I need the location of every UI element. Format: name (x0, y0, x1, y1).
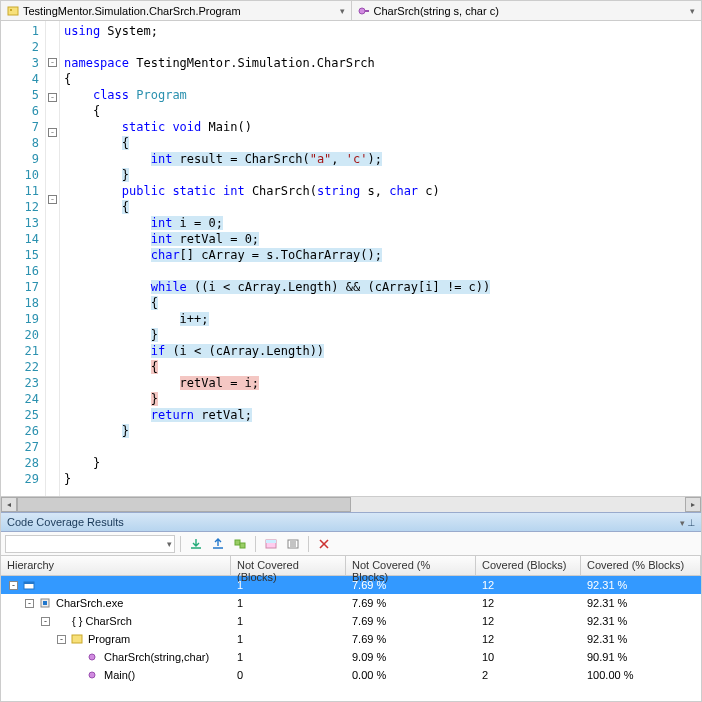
expand-toggle[interactable]: - (57, 635, 66, 644)
coverage-row[interactable]: -Program17.69 %1292.31 % (1, 630, 701, 648)
collapse-icon[interactable]: - (48, 128, 57, 137)
cell-b: 0.00 % (346, 669, 476, 681)
expand-toggle[interactable]: - (9, 581, 18, 590)
col-hierarchy[interactable]: Hierarchy (1, 556, 231, 575)
collapse-icon[interactable]: - (48, 58, 57, 67)
cell-c: 12 (476, 633, 581, 645)
svg-point-19 (89, 654, 95, 660)
code-line[interactable]: retVal = i; (60, 375, 701, 391)
col-covered-blocks[interactable]: Covered (Blocks) (476, 556, 581, 575)
code-line[interactable]: { (60, 199, 701, 215)
results-dropdown[interactable]: ▾ (5, 535, 175, 553)
col-not-covered-pct[interactable]: Not Covered (% Blocks) (346, 556, 476, 575)
code-line[interactable]: return retVal; (60, 407, 701, 423)
code-line[interactable]: using System; (60, 23, 701, 39)
hierarchy-cell: Main() (1, 669, 231, 681)
coverage-row[interactable]: -17.69 %1292.31 % (1, 576, 701, 594)
horizontal-scrollbar[interactable]: ◂ ▸ (1, 496, 701, 512)
code-line[interactable]: char[] cArray = s.ToCharArray(); (60, 247, 701, 263)
row-label: CharSrch(string,char) (104, 651, 209, 663)
show-list-button[interactable] (283, 534, 303, 554)
code-line[interactable]: { (60, 71, 701, 87)
pin-icon[interactable]: ⟂ (688, 516, 695, 528)
col-not-covered-blocks[interactable]: Not Covered (Blocks) (231, 556, 346, 575)
remove-button[interactable] (314, 534, 334, 554)
fold-cell (46, 355, 59, 371)
code-content[interactable]: using System;namespace TestingMentor.Sim… (60, 21, 701, 496)
code-line[interactable]: { (60, 135, 701, 151)
code-line[interactable]: if (i < (cArray.Length)) (60, 343, 701, 359)
hierarchy-cell: -CharSrch.exe (1, 597, 231, 609)
import-results-button[interactable] (186, 534, 206, 554)
row-label: { } CharSrch (72, 615, 132, 627)
root-icon (23, 579, 35, 591)
line-number: 23 (1, 375, 39, 391)
scroll-track[interactable] (17, 497, 685, 512)
code-line[interactable]: { (60, 295, 701, 311)
code-line[interactable] (60, 439, 701, 455)
coverage-panel-header[interactable]: Code Coverage Results ▾ ⟂ (1, 512, 701, 532)
class-dropdown[interactable]: TestingMentor.Simulation.CharSrch.Progra… (1, 1, 352, 20)
code-line[interactable]: } (60, 327, 701, 343)
cell-a: 1 (231, 615, 346, 627)
code-line[interactable]: int result = CharSrch("a", 'c'); (60, 151, 701, 167)
code-line[interactable]: { (60, 359, 701, 375)
fold-cell (46, 339, 59, 355)
code-line[interactable]: class Program (60, 87, 701, 103)
code-line[interactable]: int retVal = 0; (60, 231, 701, 247)
code-editor[interactable]: 1234567891011121314151617181920212223242… (1, 21, 701, 496)
coverage-row[interactable]: Main()00.00 %2100.00 % (1, 666, 701, 684)
svg-rect-5 (240, 543, 245, 548)
code-line[interactable]: while ((i < cArray.Length) && (cArray[i]… (60, 279, 701, 295)
code-line[interactable]: public static int CharSrch(string s, cha… (60, 183, 701, 199)
fold-cell[interactable]: - (46, 195, 59, 211)
export-results-button[interactable] (208, 534, 228, 554)
outline-fold-column[interactable]: ---- (46, 21, 60, 496)
collapse-icon[interactable]: - (48, 93, 57, 102)
fold-cell[interactable]: - (46, 128, 59, 144)
code-line[interactable]: } (60, 455, 701, 471)
cell-c: 10 (476, 651, 581, 663)
line-number: 26 (1, 423, 39, 439)
expand-toggle[interactable]: - (25, 599, 34, 608)
coverage-row[interactable]: -CharSrch.exe17.69 %1292.31 % (1, 594, 701, 612)
hierarchy-cell: -{ } CharSrch (1, 615, 231, 627)
fold-cell[interactable]: - (46, 93, 59, 109)
panel-menu-icon[interactable]: ▾ (680, 518, 685, 528)
merge-results-button[interactable] (230, 534, 250, 554)
coverage-row[interactable]: -{ } CharSrch17.69 %1292.31 % (1, 612, 701, 630)
code-line[interactable]: { (60, 103, 701, 119)
scroll-left-button[interactable]: ◂ (1, 497, 17, 512)
code-line[interactable] (60, 39, 701, 55)
cell-b: 7.69 % (346, 633, 476, 645)
fold-cell (46, 435, 59, 451)
code-line[interactable] (60, 263, 701, 279)
code-line[interactable]: namespace TestingMentor.Simulation.CharS… (60, 55, 701, 71)
scroll-right-button[interactable]: ▸ (685, 497, 701, 512)
coverage-row[interactable]: CharSrch(string,char)19.09 %1090.91 % (1, 648, 701, 666)
code-line[interactable]: i++; (60, 311, 701, 327)
svg-rect-15 (24, 582, 34, 584)
expand-toggle[interactable]: - (41, 617, 50, 626)
line-number: 12 (1, 199, 39, 215)
line-number: 22 (1, 359, 39, 375)
line-number: 9 (1, 151, 39, 167)
code-line[interactable]: } (60, 167, 701, 183)
code-line[interactable]: static void Main() (60, 119, 701, 135)
code-line[interactable]: } (60, 391, 701, 407)
toolbar-separator (180, 536, 181, 552)
class-icon (71, 633, 83, 645)
fold-cell (46, 211, 59, 227)
col-covered-pct[interactable]: Covered (% Blocks) (581, 556, 701, 575)
show-coloring-button[interactable] (261, 534, 281, 554)
scroll-thumb[interactable] (17, 497, 351, 512)
class-dropdown-label: TestingMentor.Simulation.CharSrch.Progra… (23, 5, 241, 17)
cell-d: 92.31 % (581, 615, 701, 627)
code-line[interactable]: } (60, 423, 701, 439)
member-dropdown[interactable]: CharSrch(string s, char c) ▾ (352, 1, 702, 20)
code-line[interactable]: } (60, 471, 701, 487)
collapse-icon[interactable]: - (48, 195, 57, 204)
fold-cell (46, 467, 59, 483)
code-line[interactable]: int i = 0; (60, 215, 701, 231)
fold-cell[interactable]: - (46, 58, 59, 74)
